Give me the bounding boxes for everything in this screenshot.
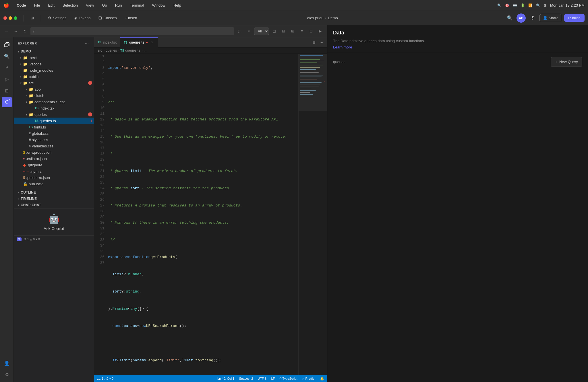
settings-button[interactable]: ⚙ Settings [45,14,69,22]
file-gitignore[interactable]: ◆ .gitignore [14,162,94,168]
encoding[interactable]: UTF-8 [258,377,266,381]
play-button[interactable]: ▶ [316,27,324,35]
close-button[interactable] [3,16,7,20]
avatar[interactable]: AP [517,13,526,23]
more-actions-btn[interactable]: ⋯ [318,39,325,46]
search-icon[interactable]: 🔍 [536,3,540,7]
tab-bar: TS index.tsx TS queries.ts ● ✕ ⊟ ⋯ [94,37,327,48]
search-button[interactable]: 🔍 [505,13,514,23]
indentation[interactable]: Spaces: 2 [239,377,253,381]
folder-node-modules[interactable]: › 📁 node_modules [14,67,94,73]
forward-button[interactable]: → [12,28,20,35]
new-query-button[interactable]: + New Query [551,57,582,67]
menu-file[interactable]: File [32,3,42,8]
folder-components[interactable]: ▾ 📁 components / Test [14,99,94,105]
code-area[interactable]: 1 2 3 4 5 6 7 8 9 10 11 12 13 14 [94,54,327,375]
menu-help[interactable]: Help [172,3,183,8]
address-bar[interactable]: / [30,27,234,35]
folder-clutch[interactable]: › 📁 clutch [14,92,94,99]
view-mode-3[interactable]: ⊞ [289,27,297,35]
queries-ts-number: 1 [90,119,92,122]
activity-clutch[interactable]: C 1 [2,97,12,107]
theme-button[interactable]: ☀ [245,27,253,35]
layout-toggle-button[interactable]: ⊞ [28,14,37,22]
file-env-production[interactable]: $ .env.production [14,149,94,155]
view-mode-2[interactable]: ⊟ [279,27,287,35]
view-mode-5[interactable]: ⊡ [307,27,315,35]
file-bun-lock[interactable]: 🔒 bun.lock [14,181,94,187]
publish-button[interactable]: Publish [564,14,585,22]
file-eslintrc[interactable]: ● .eslintrc.json [14,155,94,162]
file-variables-css[interactable]: # variables.css [14,143,94,149]
activity-source-control[interactable]: ⑂ [2,63,12,73]
menu-terminal[interactable]: Terminal [128,3,146,8]
tab-index-tsx[interactable]: TS index.tsx [94,37,120,48]
git-status[interactable]: ⎇ 1 △0 ♦ 0 [97,377,113,381]
tokens-button[interactable]: ◈ Tokens [71,14,93,22]
svg-rect-21 [300,97,314,97]
file-fonts-ts[interactable]: TS fonts.ts [14,124,94,130]
split-editor-btn[interactable]: ⊟ [310,39,317,46]
menu-run[interactable]: Run [113,3,124,8]
view-mode-1[interactable]: ◻ [270,27,278,35]
history-button[interactable]: ⏱ [528,13,537,23]
activity-debug[interactable]: ▷ [2,74,12,84]
file-index-tsx[interactable]: TS index.tsx [14,105,94,111]
project-section[interactable]: ▾ DEMO [14,48,94,54]
file-queries-ts[interactable]: TS queries.ts 1 [14,118,94,124]
timeline-section[interactable]: › TIMELINE [14,196,94,202]
activity-explorer[interactable] [2,40,12,50]
folder-public[interactable]: › 📁 public [14,73,94,80]
activity-extensions[interactable]: ⊞ [2,85,12,96]
code-line-3: /** [108,100,294,105]
new-file-btn[interactable]: ⋯ [84,40,90,46]
back-button[interactable]: ← [3,28,10,35]
view-mode-4[interactable]: ≡ [298,27,306,35]
right-panel-desc: The Data primitive queries data using cu… [333,38,582,44]
refresh-button[interactable]: ↻ [21,28,29,35]
folder-vscode[interactable]: › 📁 .vscode [14,61,94,67]
menu-view[interactable]: View [84,3,96,8]
formatter[interactable]: ✓ Prettier [302,377,316,381]
share-button[interactable]: 👤 Share [539,14,562,22]
minimize-button[interactable] [9,16,12,20]
folder-clutch-label: clutch [34,93,94,98]
menu-code[interactable]: Code [15,3,28,8]
chat-section[interactable]: ▾ CHAT: CHAT [14,202,94,208]
file-global-css[interactable]: # global.css [14,130,94,137]
window-controls [3,16,17,20]
outline-section[interactable]: › OUTLINE [14,189,94,196]
file-prettierrc[interactable]: {} .prettierrc.json [14,174,94,181]
maximize-button[interactable] [14,16,17,20]
menu-edit[interactable]: Edit [46,3,56,8]
activity-settings[interactable]: ⚙ [2,369,12,380]
file-styles-css[interactable]: # styles.css [14,137,94,143]
menu-go[interactable]: Go [100,3,109,8]
folder-app[interactable]: › 📁 app [14,86,94,92]
menu-selection[interactable]: Selection [61,3,80,8]
notifications[interactable]: 🔔 [320,377,324,381]
eol[interactable]: LF [271,377,275,381]
folder-queries[interactable]: ▾ 📁 queries [14,111,94,118]
control-icon[interactable]: ⊞ [544,3,547,7]
tab-queries-ts[interactable]: TS queries.ts ● ✕ [120,37,158,48]
toolbar-center: alex.prieu / Demo [142,16,503,20]
menu-window[interactable]: Window [150,3,167,8]
activity-account[interactable]: 👤 [2,358,12,368]
breadcrumb: alex.prieu / Demo [307,16,338,20]
folder-next[interactable]: › 📁 .next [14,54,94,61]
folder-src[interactable]: ▾ 📁 src [14,80,94,86]
code-line-13: limit?: number, [108,272,294,277]
insert-button[interactable]: + Insert [122,14,140,22]
file-npmrc[interactable]: npm .npmrc [14,168,94,174]
explorer-status: X ⊗ 1 △ 0 ♦ 0 [14,235,94,243]
cursor-position[interactable]: Ln 40, Col 1 [217,377,234,381]
apple-menu[interactable]: 🍎 [3,3,9,8]
language-mode[interactable]: {} TypeScript [279,377,297,381]
learn-more-link[interactable]: Learn more [333,45,352,49]
view-select[interactable]: All [254,28,269,35]
external-link-button[interactable]: ⬚ [236,27,244,35]
tab-close-button[interactable]: ✕ [150,40,154,45]
activity-search[interactable]: 🔍 [2,51,12,61]
classes-button[interactable]: ❏ Classes [96,14,119,22]
